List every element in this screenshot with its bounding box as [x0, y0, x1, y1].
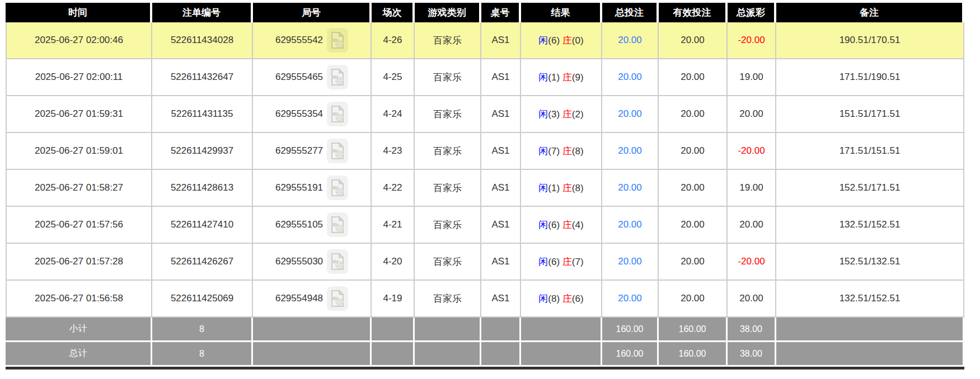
total-payout: 38.00 — [728, 342, 776, 367]
subtotal-payout: 38.00 — [728, 318, 776, 342]
cell-time: 2025-06-27 01:58:27 — [6, 170, 152, 207]
cell-valid-bet: 20.00 — [659, 133, 728, 170]
cell-valid-bet: 20.00 — [659, 207, 728, 244]
cell-bet-id: 522611431135 — [152, 96, 253, 133]
subtotal-valid-bet: 160.00 — [659, 318, 728, 342]
video-record-icon[interactable] — [327, 28, 348, 53]
cell-remark: 152.51/171.51 — [776, 170, 964, 207]
cell-result: 闲(7) 庄(8) — [521, 133, 602, 170]
cell-payout: 19.00 — [728, 170, 776, 207]
header-row: 时间 注单编号 局号 场次 游戏类别 桌号 结果 总投注 有效投注 总派彩 备注 — [6, 3, 964, 22]
cell-time: 2025-06-27 02:00:46 — [6, 22, 152, 59]
video-record-icon[interactable] — [327, 249, 348, 274]
table-row: 2025-06-27 02:00:46 522611434028 6295555… — [6, 22, 964, 59]
cell-time: 2025-06-27 01:59:01 — [6, 133, 152, 170]
cell-payout: -20.00 — [728, 133, 776, 170]
subtotal-empty-cell — [521, 318, 602, 342]
cell-valid-bet: 20.00 — [659, 244, 728, 281]
banker-result-label: 庄 — [562, 146, 572, 157]
video-record-icon[interactable] — [327, 65, 348, 89]
cell-bet-id: 522611427410 — [152, 207, 253, 244]
cell-round: 629555105 — [253, 207, 372, 244]
banker-result-label: 庄 — [562, 220, 572, 230]
total-empty-cell — [372, 342, 415, 367]
cell-round: 629555030 — [253, 244, 372, 281]
cell-bet-id: 522611434028 — [152, 22, 253, 59]
subtotal-count: 8 — [152, 318, 253, 342]
player-result-label: 闲 — [538, 72, 548, 83]
cell-total-bet[interactable]: 20.00 — [602, 170, 659, 207]
cell-remark: 132.51/152.51 — [776, 207, 964, 244]
player-result-label: 闲 — [538, 35, 548, 46]
cell-payout: 19.00 — [728, 59, 776, 96]
table-row: 2025-06-27 01:57:28 522611426267 6295550… — [6, 244, 964, 281]
bet-records-table: 时间 注单编号 局号 场次 游戏类别 桌号 结果 总投注 有效投注 总派彩 备注… — [6, 3, 964, 367]
cell-game-type: 百家乐 — [415, 170, 481, 207]
round-number: 629555277 — [275, 145, 323, 157]
cell-payout: -20.00 — [728, 22, 776, 59]
banker-result-score: (7) — [572, 257, 584, 267]
cell-table-no: AS1 — [481, 281, 521, 318]
cell-session: 4-23 — [372, 133, 415, 170]
cell-table-no: AS1 — [481, 170, 521, 207]
total-empty-cell — [253, 342, 372, 367]
cell-total-bet[interactable]: 20.00 — [602, 96, 659, 133]
subtotal-label: 小计 — [6, 318, 152, 342]
banker-result-label: 庄 — [562, 183, 572, 193]
round-number: 629555354 — [275, 108, 323, 120]
col-table-no: 桌号 — [481, 3, 521, 22]
cell-time: 2025-06-27 02:00:11 — [6, 59, 152, 96]
round-number: 629555191 — [275, 182, 323, 193]
video-record-icon[interactable] — [327, 139, 348, 163]
cell-session: 4-25 — [372, 59, 415, 96]
player-result-label: 闲 — [538, 109, 548, 120]
cell-valid-bet: 20.00 — [659, 22, 728, 59]
cell-table-no: AS1 — [481, 22, 521, 59]
cell-game-type: 百家乐 — [415, 281, 481, 318]
cell-total-bet[interactable]: 20.00 — [602, 133, 659, 170]
round-number: 629555542 — [275, 35, 323, 46]
cell-game-type: 百家乐 — [415, 133, 481, 170]
cell-time: 2025-06-27 01:57:28 — [6, 244, 152, 281]
cell-valid-bet: 20.00 — [659, 96, 728, 133]
cell-result: 闲(6) 庄(0) — [521, 22, 602, 59]
cell-bet-id: 522611425069 — [152, 281, 253, 318]
video-record-icon[interactable] — [327, 212, 348, 237]
video-record-icon[interactable] — [327, 286, 348, 311]
cell-round: 629555191 — [253, 170, 372, 207]
cell-total-bet[interactable]: 20.00 — [602, 59, 659, 96]
col-valid-bet: 有效投注 — [659, 3, 728, 22]
cell-result: 闲(6) 庄(7) — [521, 244, 602, 281]
cell-total-bet[interactable]: 20.00 — [602, 207, 659, 244]
cell-bet-id: 522611428613 — [152, 170, 253, 207]
col-session: 场次 — [372, 3, 415, 22]
total-remark — [776, 342, 964, 367]
round-number: 629555465 — [275, 72, 323, 83]
cell-result: 闲(8) 庄(6) — [521, 281, 602, 318]
cell-time: 2025-06-27 01:57:56 — [6, 207, 152, 244]
cell-time: 2025-06-27 01:56:58 — [6, 281, 152, 318]
cell-session: 4-26 — [372, 22, 415, 59]
cell-valid-bet: 20.00 — [659, 59, 728, 96]
banker-result-score: (8) — [572, 146, 584, 157]
table-row: 2025-06-27 01:57:56 522611427410 6295551… — [6, 207, 964, 244]
video-record-icon[interactable] — [327, 176, 348, 200]
banker-result-score: (2) — [572, 109, 584, 120]
table-bottom-border — [6, 367, 964, 369]
table-footer: 小计 8 160.00 160.00 38.00 总计 8 1 — [6, 318, 964, 367]
bet-records-container: 时间 注单编号 局号 场次 游戏类别 桌号 结果 总投注 有效投注 总派彩 备注… — [0, 0, 980, 369]
cell-total-bet[interactable]: 20.00 — [602, 22, 659, 59]
cell-total-bet[interactable]: 20.00 — [602, 244, 659, 281]
cell-total-bet[interactable]: 20.00 — [602, 281, 659, 318]
cell-result: 闲(6) 庄(4) — [521, 207, 602, 244]
banker-result-label: 庄 — [562, 257, 572, 267]
cell-table-no: AS1 — [481, 96, 521, 133]
table-row: 2025-06-27 01:59:31 522611431135 6295553… — [6, 96, 964, 133]
banker-result-label: 庄 — [562, 72, 572, 83]
cell-game-type: 百家乐 — [415, 59, 481, 96]
cell-game-type: 百家乐 — [415, 244, 481, 281]
table-row: 2025-06-27 01:58:27 522611428613 6295551… — [6, 170, 964, 207]
video-record-icon[interactable] — [327, 102, 348, 126]
cell-payout: 20.00 — [728, 207, 776, 244]
cell-payout: -20.00 — [728, 244, 776, 281]
